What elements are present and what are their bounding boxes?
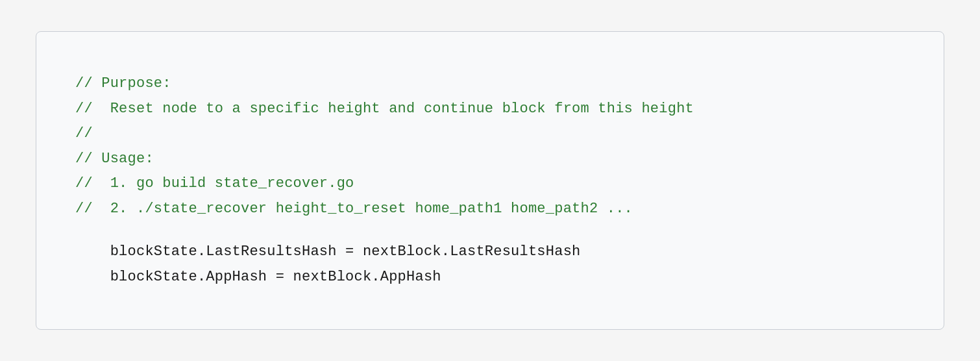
comment-line: // 1. go build state_recover.go	[75, 171, 905, 197]
blank-line	[75, 221, 905, 240]
code-line: blockState.AppHash = nextBlock.AppHash	[75, 265, 905, 290]
code-container: // Purpose:// Reset node to a specific h…	[36, 31, 944, 330]
code-line: blockState.LastResultsHash = nextBlock.L…	[75, 240, 905, 265]
comment-line: // Usage:	[75, 147, 905, 172]
comment-line: //	[75, 121, 905, 147]
code-block: // Purpose:// Reset node to a specific h…	[75, 71, 905, 290]
comment-line: // 2. ./state_recover height_to_reset ho…	[75, 197, 905, 222]
comment-line: // Purpose:	[75, 71, 905, 97]
comment-line: // Reset node to a specific height and c…	[75, 97, 905, 122]
